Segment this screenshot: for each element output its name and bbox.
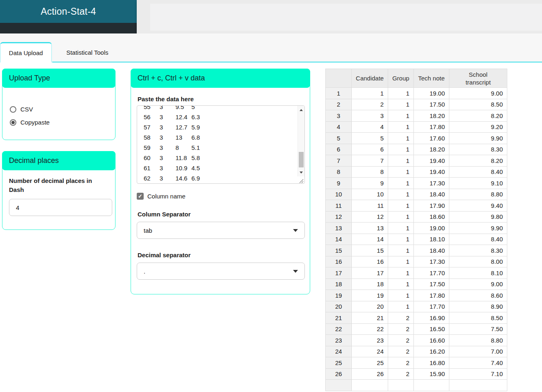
app-header: Action-Stat-4 [0, 0, 137, 23]
data-cell: 3 [352, 110, 388, 122]
data-cell: 17.50 [414, 99, 449, 110]
tab-data-upload[interactable]: Data Upload [0, 42, 52, 62]
table-row-partial [326, 380, 507, 391]
row-index-cell: 4 [326, 121, 352, 133]
chevron-down-icon [293, 229, 298, 232]
data-cell: 1 [388, 256, 414, 267]
tab-data-upload-label: Data Upload [9, 49, 43, 56]
scrollbar-thumb[interactable] [299, 152, 304, 167]
data-cell: 9.90 [449, 223, 507, 234]
data-cell [352, 380, 388, 391]
column-separator-select[interactable]: tab [137, 222, 305, 239]
row-index-cell: 11 [326, 200, 352, 212]
table-row: 66118.208.30 [326, 144, 507, 155]
decimal-separator-select[interactable]: . [137, 263, 305, 280]
data-cell: 25 [352, 357, 388, 369]
app-title: Action-Stat-4 [41, 6, 96, 17]
row-index-cell: 3 [326, 110, 352, 122]
row-index-cell [326, 380, 352, 391]
data-cell: 9.00 [449, 88, 507, 99]
copypaste-panel: Ctrl + c, Ctrl + v data Paste the data h… [131, 69, 310, 294]
data-cell: 12 [352, 211, 388, 223]
data-cell: 1 [388, 88, 414, 99]
data-cell: 18 [352, 278, 388, 290]
data-cell: 21 [352, 312, 388, 324]
data-cell: 18.40 [414, 189, 449, 200]
data-cell: 1 [388, 211, 414, 223]
column-separator-value: tab [144, 227, 152, 234]
data-cell: 16.80 [414, 357, 449, 369]
sidebar-header-strip [0, 23, 137, 33]
radio-label: Copypaste [20, 119, 50, 126]
data-cell: 9.20 [449, 121, 507, 133]
data-cell: 8.30 [449, 144, 507, 155]
scroll-down-icon[interactable] [298, 169, 304, 176]
row-index-cell: 9 [326, 178, 352, 189]
data-cell: 16.50 [414, 323, 449, 335]
row-index-cell: 23 [326, 335, 352, 346]
decimal-separator-label: Decimal separator [138, 251, 191, 260]
upload-type-panel-header: Upload Type [2, 69, 116, 88]
textarea-line: 56312.46.3 [137, 112, 297, 122]
data-cell: 9.90 [449, 133, 507, 144]
textarea-scrollbar[interactable] [298, 106, 304, 176]
tab-statistical-tools[interactable]: Statistical Tools [52, 42, 122, 62]
data-cell [449, 380, 507, 391]
data-cell: 2 [388, 335, 414, 346]
data-cell: 16.60 [414, 335, 449, 346]
row-index-cell: 22 [326, 323, 352, 335]
row-index-cell: 12 [326, 211, 352, 223]
table-row: 2626215.907.10 [326, 368, 507, 380]
data-cell: 18.20 [414, 144, 449, 155]
data-cell: 8.30 [449, 245, 507, 256]
row-index-cell: 25 [326, 357, 352, 369]
data-cell: 8.20 [449, 110, 507, 122]
paste-textarea[interactable]: 5539.5556312.46.357312.75.9583136.859385… [137, 105, 305, 184]
data-cell: 1 [388, 223, 414, 234]
data-cell: 1 [388, 121, 414, 133]
data-cell: 20 [352, 301, 388, 312]
top-navbar [137, 0, 542, 33]
row-index-cell: 10 [326, 189, 352, 200]
column-name-checkbox[interactable]: ✓ [137, 193, 144, 200]
table-row: 11119.009.00 [326, 88, 507, 99]
data-cell: 18.60 [414, 211, 449, 223]
textarea-line: 583136.8 [137, 132, 297, 143]
decimal-places-title: Decimal places [9, 156, 59, 165]
data-table: Candidate Group Tech note School transcr… [325, 69, 507, 391]
col-header-school-transcript: School transcript [449, 69, 507, 88]
data-cell: 17.70 [414, 301, 449, 312]
column-name-checkbox-row[interactable]: ✓ Column name [137, 193, 185, 200]
data-cell: 13 [352, 223, 388, 234]
data-cell: 7 [352, 155, 388, 167]
radio-option-copypaste[interactable]: Copypaste [10, 119, 108, 126]
radio-option-csv[interactable]: CSV [10, 106, 108, 113]
data-cell: 2 [352, 99, 388, 110]
scroll-up-icon[interactable] [298, 107, 304, 113]
data-cell: 1 [388, 278, 414, 290]
table-header-row: Candidate Group Tech note School transcr… [326, 69, 507, 88]
radio-selected-icon[interactable] [10, 119, 16, 126]
table-row: 1919117.808.60 [326, 290, 507, 301]
row-index-cell: 2 [326, 99, 352, 110]
decimal-places-input[interactable]: 4 [9, 199, 112, 216]
data-cell: 1 [388, 166, 414, 178]
data-cell: 8.40 [449, 166, 507, 178]
data-cell: 2 [388, 323, 414, 335]
row-index-cell: 15 [326, 245, 352, 256]
data-cell: 16 [352, 256, 388, 267]
table-row: 88119.408.40 [326, 166, 507, 178]
row-index-cell: 16 [326, 256, 352, 267]
data-table-container: Candidate Group Tech note School transcr… [325, 69, 507, 392]
data-cell: 7.40 [449, 357, 507, 369]
data-cell [414, 380, 449, 391]
data-cell: 19.00 [414, 88, 449, 99]
row-index-cell: 1 [326, 88, 352, 99]
data-cell: 5 [352, 133, 388, 144]
resize-grip-icon[interactable] [299, 178, 304, 183]
radio-label: CSV [20, 106, 33, 113]
radio-unselected-icon[interactable] [10, 106, 16, 113]
data-cell: 7.50 [449, 323, 507, 335]
textarea-line: 57312.75.9 [137, 122, 297, 132]
data-cell: 1 [388, 245, 414, 256]
